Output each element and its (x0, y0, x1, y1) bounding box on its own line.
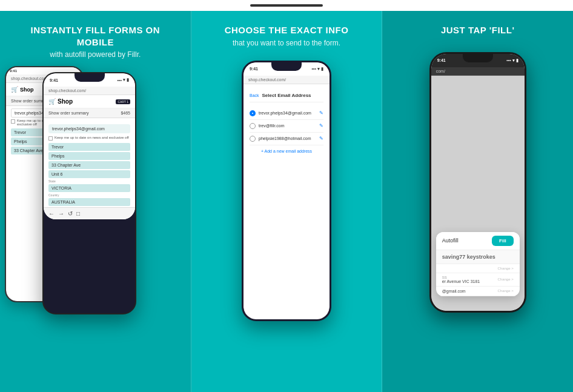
panel-1-subtitle: with autofill powered by Fillr. (12, 50, 179, 59)
front-shop-header: 🛒 Shop CART 1 (44, 95, 135, 108)
autofill-toolbar: Autofill Fill (436, 232, 520, 250)
email-text-2: trev@fillr.com (259, 124, 285, 128)
cart-icon: 🛒 (11, 86, 18, 93)
front-browser-nav: ← → ↺ □ (44, 207, 135, 219)
back-status-time: 9:41 (10, 69, 17, 73)
p3-battery-icon: ▮ (516, 58, 518, 63)
front-order-summary: Show order summary $465 (44, 108, 135, 118)
front-field-state: VICTORIA (48, 184, 130, 192)
email-back-button[interactable]: Back (250, 93, 259, 98)
phone-3-wrapper: 9:41 ▪▪▪ ▾ ▮ com/ (429, 52, 526, 313)
autofill-row-2-content: SS er Avenue VIC 3181 (442, 276, 480, 284)
email-list-title: Select Email Address (262, 93, 311, 98)
p2-status-icons: ▪▪▪ ▾ ▮ (312, 67, 323, 71)
share-nav-icon[interactable]: □ (76, 210, 80, 217)
panel-2-subtitle: that you want to send to the form. (225, 39, 349, 47)
change-link-3[interactable]: Change > (497, 289, 513, 293)
front-order-label: Show order summary (48, 111, 89, 115)
front-status-icons: ▪▪▪ ▾ ▮ (118, 78, 129, 82)
panel-3: JUST TAP 'FILL' 9:41 ▪▪▪ ▾ ▮ (382, 11, 573, 392)
p3-url: com/ (436, 69, 445, 73)
phone-2: 9:41 ▪▪▪ ▾ ▮ shop.checkout.com/ (242, 61, 331, 321)
keystrokes-count: 77 (459, 254, 465, 260)
p3-signal-icon: ▪▪▪ (506, 58, 511, 63)
front-checkbox (48, 136, 53, 141)
autofill-label: Autofill (442, 238, 459, 244)
wifi-icon: ▾ (123, 78, 125, 82)
email-option-2[interactable]: trev@fillr.com ✎ (250, 120, 323, 133)
front-field-lname: Phelps (48, 152, 130, 160)
radio-2-empty (250, 123, 256, 129)
phone-3: 9:41 ▪▪▪ ▾ ▮ com/ (429, 52, 526, 313)
front-field-unit: Unit 6 (48, 170, 130, 178)
front-url-bar: shop.checkout.com/ (44, 87, 135, 95)
keystrokes-suffix: keystrokes (465, 254, 495, 260)
back-checkbox (11, 119, 15, 124)
p3-status-time: 9:41 (437, 58, 446, 62)
front-email-field: trevor.phelps34@gmail.com (48, 124, 130, 133)
email-option-1[interactable]: trevor.phelps34@gmail.com ✎ (250, 107, 323, 120)
phone-2-screen: 9:41 ▪▪▪ ▾ ▮ shop.checkout.com/ (243, 62, 330, 319)
autofill-row-2: SS er Avenue VIC 3181 Change > (436, 273, 520, 287)
front-url: shop.checkout.com/ (48, 88, 86, 93)
edit-icon-3[interactable]: ✎ (319, 136, 323, 141)
battery-icon: ▮ (127, 78, 129, 82)
email-option-2-left: trev@fillr.com (250, 123, 285, 129)
panel-2: CHOOSE THE EXACT INFO that you want to s… (191, 11, 383, 392)
autofill-row-3: @gmail.com Change > (436, 287, 520, 296)
phone-3-notch (463, 54, 493, 62)
front-cart-icon: 🛒 (48, 98, 56, 105)
panels-container: INSTANTLY FILL FORMS ON MOBILE with auto… (0, 11, 573, 392)
autofill-row-2-value: er Avenue VIC 3181 (442, 279, 480, 284)
p2-url: shop.checkout.com/ (248, 78, 286, 82)
keystrokes-saving-text: saving (442, 254, 460, 260)
p3-url-bar: com/ (431, 67, 525, 76)
front-shop-label: Shop (58, 98, 73, 105)
add-email-link[interactable]: + Add a new email address (250, 145, 323, 157)
fill-button[interactable]: Fill (492, 236, 514, 246)
front-state-country-row: State (48, 179, 130, 183)
front-field-street: 33 Chapter Ave (48, 161, 130, 169)
autofill-row-3-value: @gmail.com (442, 289, 466, 293)
panel-1: INSTANTLY FILL FORMS ON MOBILE with auto… (0, 11, 191, 392)
panel-1-title: INSTANTLY FILL FORMS ON MOBILE (12, 24, 179, 48)
forward-nav-icon[interactable]: → (58, 210, 64, 217)
front-status-time: 9:41 (50, 78, 58, 82)
front-checkbox-row: Keep me up to date on news and exclusive… (48, 136, 130, 141)
front-order-price: $465 (121, 111, 130, 115)
change-link-1[interactable]: Change > (497, 267, 513, 270)
front-country-label: Country (48, 193, 130, 197)
edit-icon-2[interactable]: ✎ (319, 123, 323, 128)
back-shop-title: 🛒 Shop (11, 86, 34, 93)
top-indicator (250, 4, 323, 7)
panel-1-header: INSTANTLY FILL FORMS ON MOBILE with auto… (0, 11, 191, 66)
change-link-2[interactable]: Change > (497, 277, 513, 281)
front-field-fname: Trevor (48, 143, 130, 151)
panel-3-header: JUST TAP 'FILL' (429, 11, 527, 46)
refresh-nav-icon[interactable]: ↺ (68, 210, 73, 217)
p2-battery-icon: ▮ (321, 67, 323, 71)
front-cart-badge: CART 1 (116, 99, 130, 104)
email-list-container: Back Select Email Address trevor.phelps3… (243, 84, 330, 162)
radio-1-selected (250, 110, 256, 116)
front-notch (75, 73, 105, 82)
panel-1-phones: 9:41 shop.checkout.com/ 🛒 Shop Show orde… (0, 66, 191, 392)
edit-icon-1[interactable]: ✎ (319, 110, 323, 116)
p3-wifi-icon: ▾ (512, 58, 515, 63)
panel-3-phone-container: 9:41 ▪▪▪ ▾ ▮ com/ (382, 46, 573, 393)
p3-bg-content: Autofill Fill saving77 keystrokes (431, 76, 525, 311)
email-option-3[interactable]: phelpsie1988@hotmail.com ✎ (250, 133, 323, 145)
front-email-text: trevor.phelps34@gmail.com (52, 127, 105, 131)
email-list-header: Back Select Email Address (250, 89, 323, 102)
phone-front-inner: 9:41 ▪▪▪ ▾ ▮ shop.checkout.com/ (44, 73, 135, 219)
email-text-3: phelpsie1988@hotmail.com (259, 136, 311, 141)
phone-front-screen: 9:41 ▪▪▪ ▾ ▮ shop.checkout.com/ (44, 73, 135, 219)
back-nav-icon[interactable]: ← (48, 210, 55, 217)
p3-status-icons: ▪▪▪ ▾ ▮ (506, 58, 518, 63)
phone-front: 9:41 ▪▪▪ ▾ ▮ shop.checkout.com/ (42, 72, 136, 314)
panel-2-header: CHOOSE THE EXACT INFO that you want to s… (213, 11, 361, 55)
panel-3-title: JUST TAP 'FILL' (441, 24, 515, 36)
panel-2-title: CHOOSE THE EXACT INFO (225, 24, 349, 36)
p2-url-bar: shop.checkout.com/ (243, 76, 330, 84)
autofill-row-3-content: @gmail.com (442, 289, 466, 293)
